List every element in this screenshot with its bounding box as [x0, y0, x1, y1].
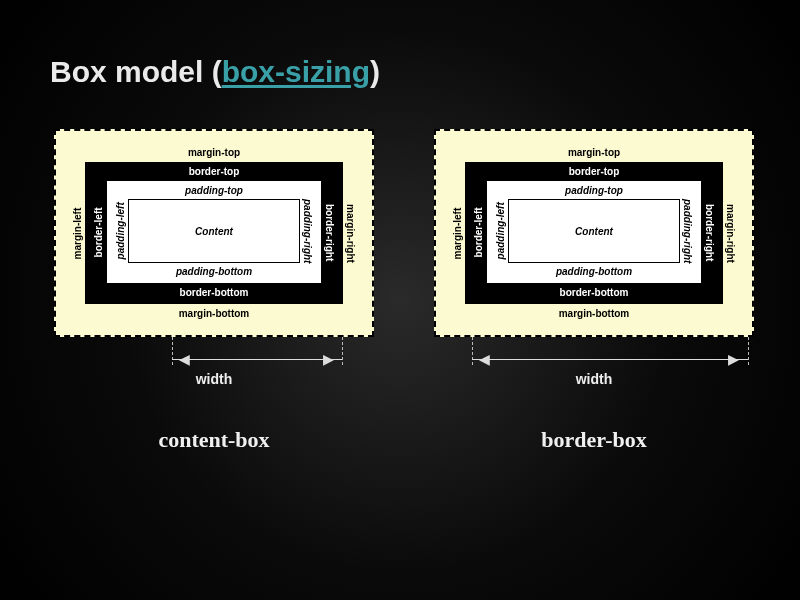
box-model-diagram-content-box: margin-top margin-left border-top border… — [54, 129, 374, 337]
label-border-left: border-left — [471, 180, 486, 284]
label-border-right: border-right — [702, 180, 717, 284]
label-padding-bottom: padding-bottom — [113, 266, 315, 277]
arrow-right-icon: ▶ — [728, 354, 739, 364]
label-padding-bottom: padding-bottom — [493, 266, 695, 277]
label-margin-right: margin-right — [723, 162, 738, 304]
label-border-bottom: border-bottom — [91, 287, 337, 298]
width-indicator-content-box: ◀ ▶ width — [54, 351, 374, 399]
label-border-top: border-top — [91, 166, 337, 177]
slide-title: Box model (box-sizing) — [50, 55, 750, 89]
content-box-column: margin-top margin-left border-top border… — [54, 129, 374, 453]
border-box-column: margin-top margin-left border-top border… — [434, 129, 754, 453]
title-prefix: Box model ( — [50, 55, 222, 88]
label-padding-left: padding-left — [113, 199, 128, 263]
width-bar — [472, 359, 747, 360]
width-indicator-border-box: ◀ ▶ width — [434, 351, 754, 399]
width-tick-right — [748, 337, 749, 365]
label-border-left: border-left — [91, 180, 106, 284]
label-padding-top: padding-top — [493, 185, 695, 196]
width-tick-left — [172, 337, 173, 365]
box-model-diagram-border-box: margin-top margin-left border-top border… — [434, 129, 754, 337]
label-margin-left: margin-left — [450, 162, 465, 304]
diagram-row: margin-top margin-left border-top border… — [50, 129, 750, 453]
arrow-left-icon: ◀ — [179, 354, 190, 364]
label-margin-top: margin-top — [70, 147, 358, 158]
width-label: width — [434, 371, 754, 387]
arrow-right-icon: ▶ — [323, 354, 334, 364]
label-margin-bottom: margin-bottom — [450, 308, 738, 319]
caption-content-box: content-box — [54, 427, 374, 453]
label-padding-right: padding-right — [680, 199, 695, 263]
label-padding-right: padding-right — [300, 199, 315, 263]
label-padding-top: padding-top — [113, 185, 315, 196]
label-border-right: border-right — [322, 180, 337, 284]
label-padding-left: padding-left — [493, 199, 508, 263]
width-tick-left — [472, 337, 473, 365]
slide: Box model (box-sizing) margin-top margin… — [0, 0, 800, 600]
label-border-top: border-top — [471, 166, 717, 177]
arrow-left-icon: ◀ — [479, 354, 490, 364]
box-sizing-link[interactable]: box-sizing — [222, 55, 370, 88]
caption-border-box: border-box — [434, 427, 754, 453]
label-margin-right: margin-right — [343, 162, 358, 304]
label-border-bottom: border-bottom — [471, 287, 717, 298]
width-tick-right — [342, 337, 343, 365]
label-content: Content — [508, 199, 680, 263]
width-bar — [172, 359, 342, 360]
width-label: width — [54, 371, 374, 387]
label-content: Content — [128, 199, 300, 263]
label-margin-left: margin-left — [70, 162, 85, 304]
title-suffix: ) — [370, 55, 380, 88]
label-margin-bottom: margin-bottom — [70, 308, 358, 319]
label-margin-top: margin-top — [450, 147, 738, 158]
